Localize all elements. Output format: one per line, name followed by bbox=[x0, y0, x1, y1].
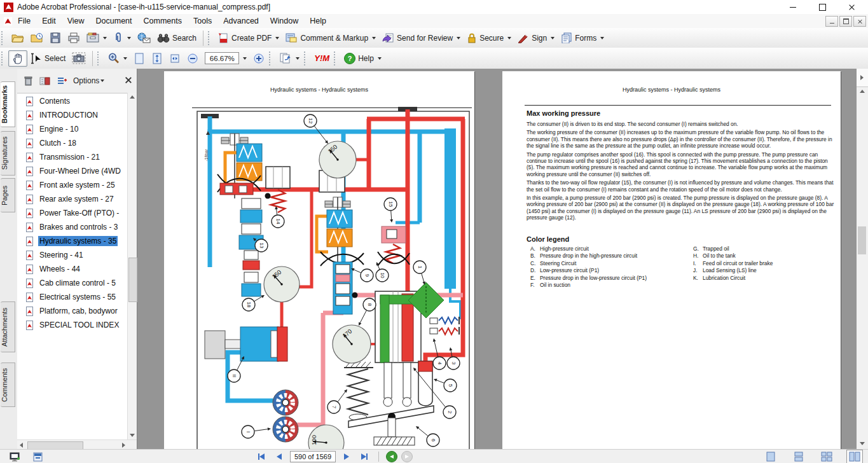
new-bookmark-icon[interactable] bbox=[57, 76, 67, 86]
menu-item-document[interactable]: Document bbox=[90, 15, 138, 28]
bookmark-item[interactable]: Rear axle system - 27 bbox=[17, 192, 128, 206]
scroll-left-icon[interactable] bbox=[20, 443, 23, 448]
nav-tab-bookmarks[interactable]: Bookmarks bbox=[1, 81, 15, 127]
bookmark-label[interactable]: Contents bbox=[38, 96, 71, 106]
fit-width-button[interactable] bbox=[166, 50, 184, 67]
menu-item-edit[interactable]: Edit bbox=[36, 15, 62, 28]
bookmark-item[interactable]: Power Take-Off (PTO) - bbox=[17, 206, 128, 220]
document-vertical-scrollbar[interactable] bbox=[857, 69, 868, 449]
page-preview-button[interactable] bbox=[8, 451, 22, 462]
toolbar-grip[interactable] bbox=[1, 31, 6, 45]
secure-button[interactable]: Secure bbox=[464, 31, 514, 45]
bookmark-label[interactable]: Engine - 10 bbox=[38, 124, 79, 134]
doc-close-button[interactable] bbox=[853, 16, 866, 27]
bookmark-item[interactable]: Brakes and controls - 3 bbox=[17, 220, 128, 234]
menu-item-comments[interactable]: Comments bbox=[138, 15, 188, 28]
doc-restore-button[interactable] bbox=[839, 16, 852, 27]
toolbar-grip[interactable] bbox=[208, 31, 212, 45]
attach-button[interactable] bbox=[110, 31, 134, 45]
menu-item-window[interactable]: Window bbox=[265, 15, 304, 28]
bookmark-label[interactable]: Clutch - 18 bbox=[38, 138, 78, 148]
bookmark-item[interactable]: Hydraulic systems - 35 bbox=[17, 234, 128, 248]
previous-view-button[interactable] bbox=[276, 50, 303, 66]
search-button[interactable]: Search bbox=[154, 31, 200, 45]
page-number-field[interactable]: 590 of 1569 bbox=[290, 451, 336, 462]
bookmark-label[interactable]: Four-Wheel Drive (4WD bbox=[38, 166, 122, 176]
bookmark-item[interactable]: Wheels - 44 bbox=[17, 262, 128, 276]
bookmark-label[interactable]: Platform, cab, bodywor bbox=[38, 306, 119, 316]
collapse-statusbar-button[interactable] bbox=[31, 451, 45, 462]
bookmark-label[interactable]: Cab climate control - 5 bbox=[38, 278, 117, 288]
sign-button[interactable]: Sign bbox=[514, 31, 558, 45]
continuous-view-button[interactable] bbox=[790, 450, 807, 463]
toolbar-grip[interactable] bbox=[97, 52, 102, 66]
nav-tab-pages[interactable]: Pages bbox=[1, 178, 15, 212]
continuous-facing-view-button[interactable] bbox=[818, 450, 835, 463]
menu-item-advanced[interactable]: Advanced bbox=[217, 15, 265, 28]
last-page-button[interactable] bbox=[357, 451, 371, 462]
bookmark-label[interactable]: Hydraulic systems - 35 bbox=[38, 236, 118, 246]
zoom-in-button[interactable] bbox=[250, 51, 268, 66]
toolbar-grip[interactable] bbox=[1, 52, 6, 66]
create-pdf-button[interactable]: Create PDF bbox=[215, 31, 282, 45]
toolbar-grip[interactable] bbox=[334, 52, 338, 66]
bookmark-label[interactable]: Front axle system - 25 bbox=[38, 180, 116, 190]
facing-view-button[interactable] bbox=[846, 450, 863, 463]
select-tool-button[interactable]: Select bbox=[27, 51, 69, 66]
menu-item-view[interactable]: View bbox=[62, 15, 90, 28]
minimize-button[interactable] bbox=[778, 0, 808, 14]
bookmark-item[interactable]: SPECIAL TOOL INDEX bbox=[17, 318, 128, 332]
scroll-down-icon[interactable] bbox=[860, 442, 865, 445]
open-button[interactable] bbox=[8, 31, 27, 45]
scrollbar-thumb[interactable] bbox=[128, 258, 137, 302]
bookmark-item[interactable]: INTRODUCTION bbox=[17, 108, 128, 122]
bookmarks-vertical-scrollbar[interactable] bbox=[127, 93, 137, 439]
zoom-out-button[interactable] bbox=[184, 51, 202, 66]
bookmark-label[interactable]: Steering - 41 bbox=[38, 250, 85, 260]
bookmark-item[interactable]: Cab climate control - 5 bbox=[17, 276, 128, 290]
first-page-button[interactable] bbox=[254, 451, 268, 462]
close-panel-icon[interactable] bbox=[125, 76, 132, 83]
fit-height-button[interactable] bbox=[148, 50, 166, 67]
next-view-history-button[interactable] bbox=[401, 451, 413, 462]
comment-markup-button[interactable]: Comment & Markup bbox=[282, 31, 379, 45]
bookmark-label[interactable]: SPECIAL TOOL INDEX bbox=[38, 320, 120, 330]
bookmark-item[interactable]: Steering - 41 bbox=[17, 248, 128, 262]
menu-item-help[interactable]: Help bbox=[304, 15, 332, 28]
doc-minimize-button[interactable] bbox=[825, 16, 838, 27]
toolbar-grip[interactable] bbox=[269, 52, 273, 66]
bookmark-label[interactable]: Electrical systems - 55 bbox=[38, 292, 117, 302]
bookmark-item[interactable]: Four-Wheel Drive (4WD bbox=[17, 164, 128, 178]
options-menu-button[interactable]: Options bbox=[73, 76, 104, 85]
snapshot-tool-button[interactable] bbox=[69, 50, 89, 66]
toolbar-overflow-button[interactable] bbox=[857, 69, 868, 87]
bookmark-label[interactable]: Transmission - 21 bbox=[38, 152, 101, 162]
zoom-level-control[interactable]: 66.67% bbox=[202, 50, 250, 66]
yahoo-search-button[interactable]: Y!M bbox=[311, 52, 333, 65]
restore-button[interactable] bbox=[808, 0, 837, 14]
scroll-up-icon[interactable] bbox=[860, 90, 865, 93]
zoom-tool-button[interactable] bbox=[104, 50, 130, 66]
bookmark-label[interactable]: Wheels - 44 bbox=[38, 264, 81, 274]
fit-page-button[interactable] bbox=[130, 50, 148, 67]
scroll-up-icon[interactable] bbox=[130, 95, 135, 99]
bookmark-label[interactable]: Rear axle system - 27 bbox=[38, 194, 115, 204]
bookmark-label[interactable]: Brakes and controls - 3 bbox=[38, 222, 119, 232]
menu-item-file[interactable]: File bbox=[12, 15, 36, 28]
bookmark-item[interactable]: Transmission - 21 bbox=[17, 150, 128, 164]
scroll-down-icon[interactable] bbox=[130, 434, 135, 437]
expand-current-bookmark-icon[interactable] bbox=[39, 76, 50, 86]
nav-tab-attachments[interactable]: Attachments bbox=[1, 301, 15, 352]
nav-tab-signatures[interactable]: Signatures bbox=[1, 131, 15, 176]
forms-button[interactable]: Forms bbox=[558, 31, 607, 45]
hand-tool-button[interactable] bbox=[8, 50, 27, 67]
bookmark-label[interactable]: Power Take-Off (PTO) - bbox=[38, 208, 120, 218]
previous-page-button[interactable] bbox=[272, 451, 286, 462]
email-button[interactable] bbox=[134, 31, 154, 45]
organizer-drawer-button[interactable] bbox=[83, 31, 110, 45]
help-button[interactable]: ?Help bbox=[341, 51, 385, 66]
menu-item-tools[interactable]: Tools bbox=[188, 15, 217, 28]
previous-view-history-button[interactable] bbox=[386, 451, 397, 462]
bookmark-item[interactable]: Contents bbox=[17, 94, 128, 108]
zoom-level-field[interactable]: 66.67% bbox=[205, 52, 239, 64]
